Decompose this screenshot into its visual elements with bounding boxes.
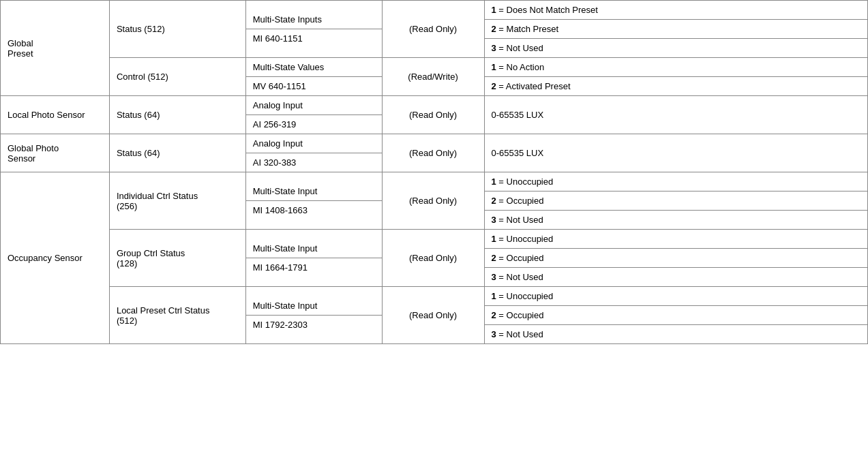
value-bold: 3 [492,43,496,53]
value-line: 2 = Occupied [485,191,868,211]
value-bold: 3 [492,329,496,339]
category-cell: Global Preset [1,1,110,96]
type-cell: Status (64) [109,96,245,134]
value-line: 3 = Not Used [485,325,868,343]
table-row: Control (512)Multi-State ValuesMV 640-11… [1,58,868,96]
value-bold: 3 [492,215,496,225]
access-cell: (Read Only) [382,134,484,172]
input-line: Analog Input [246,134,382,153]
category-cell: Global Photo Sensor [1,134,110,172]
value-bold: 3 [492,272,496,282]
value-bold: 1 [492,177,496,187]
value-line: 2 = Occupied [485,249,868,268]
value-cell: 0-65535 LUX [484,134,868,172]
input-line: Multi-State Values [246,58,382,77]
table-row: Global PresetStatus (512)Multi-State Inp… [1,1,868,58]
input-type-cell: Multi-State InputMI 1792-2303 [245,287,382,344]
input-line: MI 1792-2303 [246,316,382,334]
value-line: 2 = Activated Preset [485,77,868,95]
input-line: MI 640-1151 [246,29,382,48]
value-bold: 1 [492,234,496,244]
access-cell: (Read Only) [382,172,484,230]
type-cell: Group Ctrl Status (128) [109,230,245,287]
value-line: 2 = Match Preset [485,20,868,39]
table-row: Local Preset Ctrl Status (512)Multi-Stat… [1,287,868,344]
value-line: 1 = Unoccupied [485,172,868,191]
value-line: 3 = Not Used [485,268,868,286]
input-line: Multi-State Inputs [246,10,382,29]
access-cell: (Read Only) [382,96,484,134]
value-bold: 1 [492,5,496,15]
value-cell: 0-65535 LUX [484,96,868,134]
access-cell: (Read/Write) [382,58,484,96]
value-bold: 2 [492,196,496,206]
input-line: AI 256-319 [246,115,382,134]
table-row: Global Photo SensorStatus (64)Analog Inp… [1,134,868,172]
input-line: MV 640-1151 [246,77,382,95]
input-type-cell: Multi-State InputsMI 640-1151 [245,1,382,58]
category-cell: Local Photo Sensor [1,96,110,134]
value-cell: 1 = No Action2 = Activated Preset [484,58,868,96]
value-bold: 2 [492,81,496,91]
input-line: Analog Input [246,96,382,115]
access-cell: (Read Only) [382,1,484,58]
input-line: MI 1408-1663 [246,201,382,219]
value-bold: 2 [492,253,496,263]
access-cell: (Read Only) [382,287,484,344]
input-line: Multi-State Input [246,296,382,316]
input-line: Multi-State Input [246,182,382,201]
input-type-cell: Multi-State InputMI 1408-1663 [245,172,382,230]
table-row: Group Ctrl Status (128)Multi-State Input… [1,230,868,287]
input-type-cell: Multi-State ValuesMV 640-1151 [245,58,382,96]
value-line: 1 = Does Not Match Preset [485,1,868,20]
data-table: Global PresetStatus (512)Multi-State Inp… [0,0,868,344]
input-line: AI 320-383 [246,153,382,172]
value-line: 3 = Not Used [485,211,868,229]
input-type-cell: Multi-State InputMI 1664-1791 [245,230,382,287]
input-type-cell: Analog InputAI 320-383 [245,134,382,172]
value-line: 1 = Unoccupied [485,287,868,306]
type-cell: Individual Ctrl Status (256) [109,172,245,230]
table-row: Local Photo SensorStatus (64)Analog Inpu… [1,96,868,134]
table-row: Occupancy SensorIndividual Ctrl Status (… [1,172,868,230]
input-line: MI 1664-1791 [246,258,382,277]
value-line: 2 = Occupied [485,306,868,325]
type-cell: Status (512) [109,1,245,58]
value-line: 1 = No Action [485,58,868,77]
value-cell: 1 = Unoccupied2 = Occupied3 = Not Used [484,172,868,230]
value-cell: 1 = Unoccupied2 = Occupied3 = Not Used [484,287,868,344]
type-cell: Status (64) [109,134,245,172]
value-cell: 1 = Unoccupied2 = Occupied3 = Not Used [484,230,868,287]
value-line: 1 = Unoccupied [485,230,868,249]
value-bold: 1 [492,62,496,72]
value-bold: 2 [492,310,496,320]
value-line: 3 = Not Used [485,39,868,57]
access-cell: (Read Only) [382,230,484,287]
value-bold: 2 [492,24,496,34]
input-line: Multi-State Input [246,239,382,258]
type-cell: Control (512) [109,58,245,96]
category-cell: Occupancy Sensor [1,172,110,344]
type-cell: Local Preset Ctrl Status (512) [109,287,245,344]
value-bold: 1 [492,291,496,301]
input-type-cell: Analog InputAI 256-319 [245,96,382,134]
value-cell: 1 = Does Not Match Preset2 = Match Prese… [484,1,868,58]
